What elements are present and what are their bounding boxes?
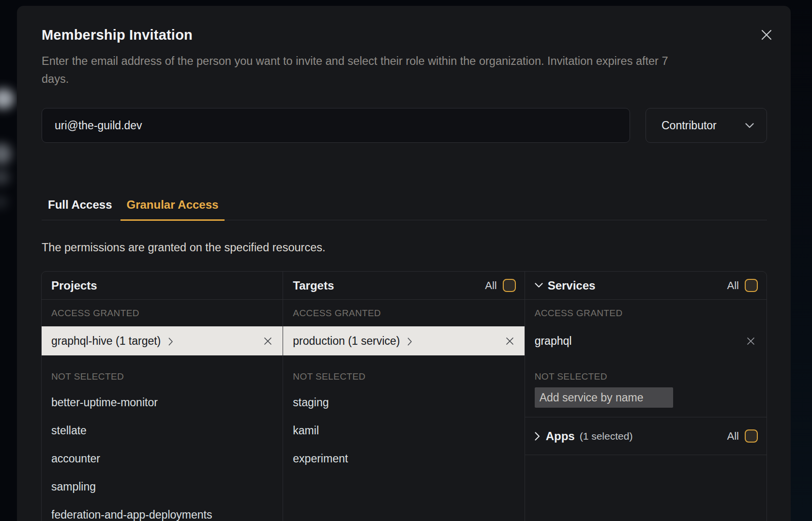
project-item[interactable]: sampling: [42, 473, 283, 501]
apps-label: Apps: [546, 429, 575, 443]
targets-all-checkbox[interactable]: [503, 279, 516, 292]
projects-access-granted-label: ACCESS GRANTED: [42, 300, 283, 326]
projects-list: better-uptime-monitor stellate accounter…: [42, 388, 283, 521]
apps-all-label: All: [727, 430, 739, 443]
chevron-right-icon: [168, 337, 173, 346]
dialog-description: Enter the email address of the person yo…: [42, 52, 772, 88]
background-blur-artifact: [0, 169, 10, 185]
role-select-value: Contributor: [662, 119, 717, 132]
target-selected-row[interactable]: production (1 service): [283, 326, 524, 355]
targets-access-granted-label: ACCESS GRANTED: [283, 300, 524, 326]
description-line-1: Enter the email address of the person yo…: [42, 52, 772, 70]
chevron-right-icon: [407, 337, 412, 346]
services-access-granted-label: ACCESS GRANTED: [525, 300, 767, 326]
services-body: ACCESS GRANTED graphql NOT SELECTED: [525, 300, 767, 417]
services-all-label: All: [727, 279, 739, 292]
target-item[interactable]: kamil: [283, 416, 524, 444]
remove-target-icon[interactable]: [506, 337, 514, 345]
services-header-label: Services: [548, 279, 596, 292]
close-icon: [760, 29, 773, 41]
resources-table: Projects ACCESS GRANTED graphql-hive (1 …: [41, 271, 767, 521]
project-item[interactable]: accounter: [42, 444, 283, 473]
targets-column: Targets All ACCESS GRANTED production (1…: [283, 272, 525, 521]
project-selected-name: graphql-hive (1 target): [51, 335, 161, 348]
target-selected-name: production (1 service): [293, 335, 400, 348]
targets-column-header: Targets All: [283, 272, 524, 300]
access-tabs: Full Access Granular Access: [42, 198, 767, 220]
project-item[interactable]: better-uptime-monitor: [42, 388, 283, 416]
apps-all-checkbox[interactable]: [745, 429, 758, 443]
services-column-header[interactable]: Services All: [525, 272, 767, 300]
background-blur-artifact: [0, 89, 15, 109]
role-select[interactable]: Contributor: [646, 108, 767, 143]
remove-service-icon[interactable]: [747, 337, 755, 345]
apps-row[interactable]: Apps (1 selected) All: [525, 417, 767, 455]
tab-granular-access[interactable]: Granular Access: [120, 198, 225, 221]
services-not-selected-label: NOT SELECTED: [525, 367, 767, 386]
background-blur-artifact: [0, 196, 8, 208]
background-blur-artifact: [0, 143, 12, 165]
chevron-down-icon: [745, 123, 754, 128]
services-all-checkbox[interactable]: [745, 279, 758, 292]
projects-column-header: Projects: [42, 272, 283, 300]
targets-not-selected-label: NOT SELECTED: [283, 367, 524, 386]
chevron-right-icon: [535, 432, 540, 441]
projects-not-selected-label: NOT SELECTED: [42, 367, 283, 386]
service-granted-row[interactable]: graphql: [525, 326, 767, 355]
target-item[interactable]: experiment: [283, 444, 524, 473]
chevron-down-icon: [535, 283, 543, 288]
remove-project-icon[interactable]: [264, 337, 272, 345]
add-service-input[interactable]: [535, 387, 673, 408]
membership-invitation-dialog: Membership Invitation Enter the email ad…: [17, 6, 791, 521]
targets-list: staging kamil experiment: [283, 388, 524, 473]
projects-column: Projects ACCESS GRANTED graphql-hive (1 …: [42, 272, 283, 521]
project-item[interactable]: federation-and-app-deployments: [42, 501, 283, 521]
dialog-title: Membership Invitation: [42, 27, 193, 43]
projects-header-label: Projects: [51, 279, 97, 292]
services-column: Services All ACCESS GRANTED graphql: [525, 272, 767, 521]
targets-all-label: All: [485, 279, 496, 292]
invite-email-input[interactable]: [42, 108, 630, 143]
tab-full-access[interactable]: Full Access: [42, 198, 119, 221]
description-line-2: days.: [42, 70, 772, 88]
apps-selected-count: (1 selected): [580, 430, 633, 442]
targets-header-label: Targets: [293, 279, 334, 292]
project-item[interactable]: stellate: [42, 416, 283, 444]
screen: Membership Invitation Enter the email ad…: [0, 0, 812, 521]
target-item[interactable]: staging: [283, 388, 524, 416]
service-granted-name: graphql: [535, 335, 572, 348]
page-background-strip: [791, 0, 812, 521]
close-button[interactable]: [760, 28, 773, 42]
permissions-note: The permissions are granted on the speci…: [42, 241, 326, 254]
project-selected-row[interactable]: graphql-hive (1 target): [42, 326, 283, 355]
